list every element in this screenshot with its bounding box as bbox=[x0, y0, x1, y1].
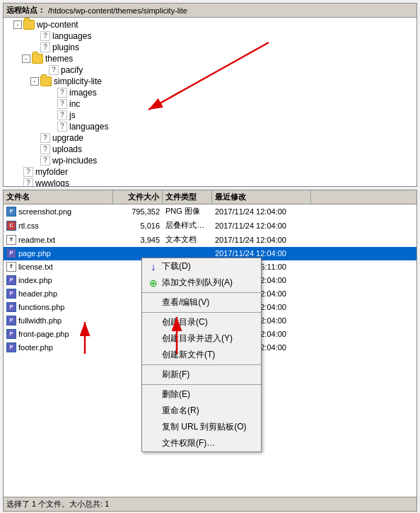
remote-path: /htdocs/wp-content/themes/simplicity-lit… bbox=[48, 6, 187, 15]
file-cell-name: Pheader.php bbox=[4, 288, 113, 299]
context-menu-label: 下载(D) bbox=[162, 260, 191, 272]
context-menu-label: 查看/编辑(V) bbox=[162, 296, 209, 309]
context-menu-label: 重命名(R) bbox=[162, 405, 199, 417]
tree-item-pacify[interactable]: ?pacify bbox=[4, 64, 416, 76]
menu-icon-spacer bbox=[148, 422, 159, 433]
tree-item-wp-includes[interactable]: ?wp-includes bbox=[4, 155, 416, 166]
col-header-date[interactable]: 最近修改 bbox=[212, 190, 311, 204]
panel-header: 远程站点： /htdocs/wp-content/themes/simplici… bbox=[4, 4, 416, 18]
file-cell-size: 795,352 bbox=[113, 207, 163, 217]
txt-icon: T bbox=[6, 262, 16, 272]
file-cell-size: 3,945 bbox=[113, 235, 163, 245]
context-menu-item-7[interactable]: 删除(E) bbox=[142, 386, 261, 403]
context-menu-item-4[interactable]: 创建目录并进入(Y) bbox=[142, 330, 261, 347]
status-text: 选择了 1 个文件。大小总共: 1 bbox=[6, 500, 109, 508]
tree-label-wp-includes: wp-includes bbox=[52, 156, 97, 166]
file-name-label: rtl.css bbox=[18, 221, 39, 230]
context-menu-separator bbox=[142, 292, 261, 293]
main-container: 远程站点： /htdocs/wp-content/themes/simplici… bbox=[0, 0, 420, 513]
tree-item-inc[interactable]: ?inc bbox=[4, 98, 416, 110]
status-bar: 选择了 1 个文件。大小总共: 1 bbox=[4, 497, 416, 511]
context-menu-item-10[interactable]: 文件权限(F)… bbox=[142, 435, 261, 451]
file-name-label: footer.php bbox=[18, 343, 53, 352]
top-panel: 远程站点： /htdocs/wp-content/themes/simplici… bbox=[3, 3, 417, 187]
tree-label-wp-content: wp-content bbox=[37, 20, 78, 30]
context-menu-item-8[interactable]: 重命名(R) bbox=[142, 403, 261, 419]
question-folder-icon: ? bbox=[40, 156, 50, 166]
php-icon: P bbox=[6, 289, 16, 299]
context-menu-separator bbox=[142, 364, 261, 365]
context-menu-label: 创建目录(C) bbox=[162, 316, 208, 328]
question-folder-icon: ? bbox=[57, 122, 67, 132]
tree-label-uploads: uploads bbox=[52, 144, 82, 154]
tree-item-simplicity-lite[interactable]: -simplicity-lite bbox=[4, 76, 416, 87]
tree-toggle-wp-content[interactable]: - bbox=[13, 21, 22, 29]
file-row[interactable]: Treadme.txt3,945文本文档2017/11/24 12:04:00 bbox=[4, 233, 416, 247]
tree-item-myfolder[interactable]: ?myfolder bbox=[4, 166, 416, 178]
context-menu-item-1[interactable]: ⊕添加文件到队列(A) bbox=[142, 275, 261, 291]
file-cell-name: Crtl.css bbox=[4, 220, 113, 231]
question-folder-icon: ? bbox=[40, 42, 50, 52]
context-menu-label: 创建新文件(T) bbox=[162, 349, 215, 361]
file-cell-date: 2017/11/24 12:04:00 bbox=[212, 207, 311, 217]
folder-icon bbox=[32, 54, 43, 64]
menu-icon-spacer bbox=[148, 297, 159, 309]
tree-item-wp-content[interactable]: -wp-content bbox=[4, 19, 416, 30]
tree-toggle-themes[interactable]: - bbox=[22, 54, 30, 63]
file-cell-name: Ppage.php bbox=[4, 248, 113, 259]
tree-item-images[interactable]: ?images bbox=[4, 87, 416, 98]
tree-item-uploads[interactable]: ?uploads bbox=[4, 144, 416, 155]
file-name-label: functions.php bbox=[18, 303, 64, 311]
file-name-label: page.php bbox=[18, 249, 51, 258]
tree-label-pacify: pacify bbox=[61, 65, 83, 75]
context-menu-item-9[interactable]: 复制 URL 到剪贴板(O) bbox=[142, 419, 261, 435]
context-menu-label: 删除(E) bbox=[162, 388, 190, 400]
tree-item-wwwlogs[interactable]: ?wwwlogs bbox=[4, 178, 416, 186]
php-icon: P bbox=[6, 302, 16, 312]
col-header-name[interactable]: 文件名 bbox=[4, 190, 113, 204]
context-menu-item-5[interactable]: 创建新文件(T) bbox=[142, 347, 261, 363]
col-header-type[interactable]: 文件类型 bbox=[163, 190, 212, 204]
tree-label-js: js bbox=[69, 110, 76, 120]
file-name-label: fullwidth.php bbox=[18, 316, 62, 325]
context-menu[interactable]: ↓下载(D)⊕添加文件到队列(A)查看/编辑(V)创建目录(C)创建目录并进入(… bbox=[141, 258, 262, 452]
menu-icon-spacer bbox=[148, 405, 159, 417]
tree-toggle-simplicity-lite[interactable]: - bbox=[30, 77, 39, 86]
menu-icon-spacer bbox=[148, 333, 159, 345]
context-menu-item-0[interactable]: ↓下载(D) bbox=[142, 258, 261, 275]
php-icon: P bbox=[6, 316, 16, 325]
tree-label-simplicity-lite: simplicity-lite bbox=[54, 76, 102, 86]
menu-icon-spacer bbox=[148, 317, 159, 328]
php-icon: P bbox=[6, 329, 16, 339]
file-cell-type bbox=[163, 253, 212, 254]
file-row[interactable]: Crtl.css5,016层叠样式…2017/11/24 12:04:00 bbox=[4, 219, 416, 233]
context-menu-item-3[interactable]: 创建目录(C) bbox=[142, 314, 261, 330]
context-menu-item-2[interactable]: 查看/编辑(V) bbox=[142, 294, 261, 311]
php-icon: P bbox=[6, 275, 16, 285]
tree-item-languages2[interactable]: ?languages bbox=[4, 121, 416, 132]
file-row[interactable]: Pscreenshot.png795,352PNG 图像2017/11/24 1… bbox=[4, 204, 416, 219]
tree-item-upgrade[interactable]: ?upgrade bbox=[4, 132, 416, 144]
context-menu-item-6[interactable]: 刷新(F) bbox=[142, 367, 261, 383]
tree-item-plugins[interactable]: ?plugins bbox=[4, 42, 416, 53]
question-folder-icon: ? bbox=[57, 99, 67, 109]
tree-label-languages2: languages bbox=[69, 122, 108, 132]
tree-label-upgrade: upgrade bbox=[52, 133, 83, 143]
context-menu-label: 刷新(F) bbox=[162, 369, 189, 381]
tree-item-js[interactable]: ?js bbox=[4, 110, 416, 121]
file-name-label: screenshot.png bbox=[18, 207, 71, 216]
tree-label-languages1: languages bbox=[52, 31, 91, 41]
tree-container[interactable]: -wp-content?languages?plugins-themes?pac… bbox=[4, 18, 416, 186]
tree-label-plugins: plugins bbox=[52, 42, 79, 52]
tree-label-inc: inc bbox=[69, 99, 80, 109]
tree-label-images: images bbox=[69, 88, 97, 98]
folder-icon bbox=[23, 20, 35, 30]
tree-item-languages1[interactable]: ?languages bbox=[4, 30, 416, 42]
col-header-size[interactable]: 文件大小 bbox=[113, 190, 163, 204]
tree-label-themes: themes bbox=[45, 54, 73, 64]
tree-item-themes[interactable]: -themes bbox=[4, 53, 416, 64]
menu-icon-spacer bbox=[148, 369, 159, 381]
file-name-label: front-page.php bbox=[18, 330, 69, 338]
bottom-panel: 文件名 文件大小 文件类型 最近修改 Pscreenshot.png795,35… bbox=[3, 190, 417, 512]
file-cell-date: 2017/11/24 12:04:00 bbox=[212, 235, 311, 245]
